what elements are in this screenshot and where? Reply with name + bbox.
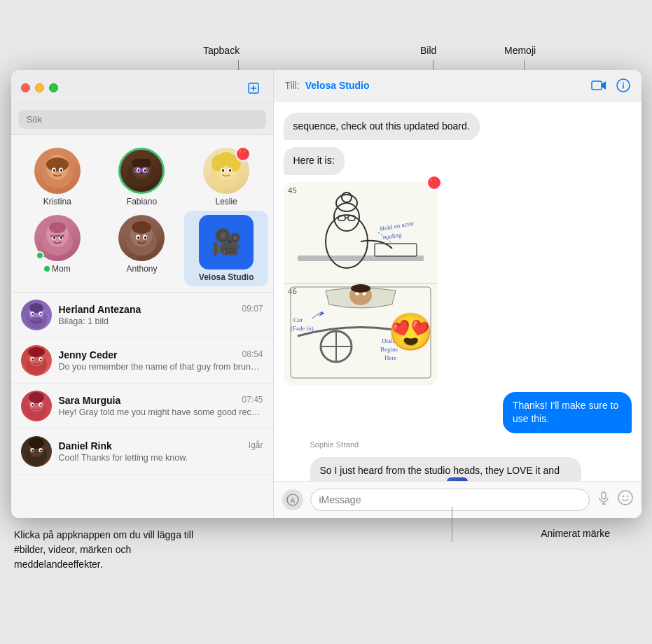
- online-indicator-mom: [44, 266, 50, 272]
- pinned-name-mom: Mom: [52, 264, 71, 274]
- chat-header: Till: Velosa Studio: [274, 70, 641, 102]
- msg-bubble-sophie: So I just heard from the studio heads, t…: [310, 457, 582, 481]
- conv-time-herland: 09:07: [242, 304, 263, 315]
- avatar-fabiano: [118, 148, 165, 194]
- conv-time-jenny: 08:54: [242, 349, 263, 360]
- conv-item-sara[interactable]: Sara Murguia 07:45 Hey! Gray told me you…: [11, 384, 273, 429]
- sender-name-sophie: Sophie Strand: [284, 440, 632, 449]
- compose-button[interactable]: [244, 78, 263, 98]
- msg-text-seq: sequence, check out this updated board.: [293, 120, 470, 132]
- conv-preview-sara: Hey! Gray told me you might have some go…: [59, 407, 263, 417]
- svg-point-118: [622, 495, 623, 496]
- pinned-name-velosa: Velosa Studio: [199, 272, 254, 282]
- svg-point-72: [32, 449, 33, 451]
- animerat-container: Animerat märke: [541, 528, 638, 572]
- svg-rect-12: [132, 158, 151, 167]
- search-input[interactable]: [18, 110, 266, 129]
- fullscreen-button[interactable]: [49, 83, 58, 92]
- pinned-contact-kristina[interactable]: Kristina: [15, 144, 100, 211]
- conv-name-herland: Herland Antezana: [59, 304, 141, 315]
- pinned-name-anthony: Anthony: [126, 264, 157, 274]
- conv-info-jenny: Jenny Ceder 08:54 Do you remember the na…: [59, 349, 263, 372]
- microphone-button[interactable]: [597, 491, 611, 508]
- conversation-list: Herland Antezana 09:07 Bilaga: 1 bild: [11, 293, 273, 518]
- svg-point-16: [144, 169, 146, 172]
- animerat-annotation-line: [452, 507, 452, 542]
- svg-point-44: [144, 236, 146, 239]
- conv-header-daniel: Daniel Rink Igår: [59, 440, 263, 451]
- conv-time-daniel: Igår: [249, 440, 263, 451]
- svg-text:Here: Here: [384, 354, 397, 361]
- conv-item-herland[interactable]: Herland Antezana 09:07 Bilaga: 1 bild: [11, 293, 273, 338]
- bild-label: Bild: [420, 45, 436, 56]
- conv-info-daniel: Daniel Rink Igår Cool! Thanks for lettin…: [59, 440, 263, 463]
- pinned-contact-velosa[interactable]: 🎥 Velosa Studio: [184, 211, 269, 286]
- svg-text:46: 46: [288, 287, 297, 296]
- close-button[interactable]: [21, 83, 30, 92]
- avatar-kristina: [34, 148, 81, 194]
- svg-point-28: [229, 169, 231, 172]
- svg-point-62: [29, 392, 44, 403]
- conv-avatar-daniel: [21, 436, 52, 467]
- video-call-button[interactable]: [591, 80, 606, 91]
- pinned-name-leslie: Leslie: [215, 197, 237, 206]
- msg-text-sophie: So I just heard from the studio heads, t…: [320, 465, 560, 481]
- memoji-label: Memoji: [504, 45, 536, 56]
- svg-point-15: [138, 169, 140, 172]
- pinned-contact-leslie[interactable]: ❤️ Leslie: [184, 144, 269, 211]
- msg-bubble-here: Here it is:: [284, 147, 345, 175]
- emoji-button[interactable]: [618, 490, 633, 510]
- svg-point-59: [40, 358, 41, 360]
- conv-avatar-jenny: [21, 345, 52, 376]
- svg-text:(Fade in): (Fade in): [291, 325, 314, 332]
- msg-text-here: Here it is:: [293, 155, 335, 166]
- chat-panel: Till: Velosa Studio: [274, 70, 641, 518]
- online-dot-mom: [36, 251, 44, 260]
- svg-point-69: [29, 438, 44, 449]
- conv-avatar-herland: [21, 300, 52, 330]
- conv-item-jenny[interactable]: Jenny Ceder 08:54 Do you remember the na…: [11, 338, 273, 384]
- svg-point-9: [60, 169, 62, 172]
- conv-info-sara: Sara Murguia 07:45 Hey! Gray told me you…: [59, 395, 263, 417]
- to-label: Till:: [285, 80, 300, 91]
- app-store-button[interactable]: A: [282, 489, 303, 510]
- bottom-labels: Klicka på appknappen om du vill lägga ti…: [0, 518, 652, 572]
- msg-text-outgoing: Thanks! I'll make sure to use this.: [513, 400, 618, 425]
- svg-text:Cut: Cut: [293, 316, 303, 323]
- pinned-contact-anthony[interactable]: Anthony: [99, 211, 184, 286]
- message-input[interactable]: [310, 489, 590, 511]
- tapback-label: Tapback: [203, 45, 240, 56]
- animated-badge: A+: [447, 477, 468, 480]
- msg-row-outgoing: Thanks! I'll make sure to use this.: [466, 392, 631, 433]
- to-name: Velosa Studio: [305, 80, 370, 91]
- conv-header-sara: Sara Murguia 07:45: [59, 395, 263, 406]
- conv-name-jenny: Jenny Ceder: [59, 349, 118, 360]
- pinned-name-fabiano: Fabiano: [127, 197, 157, 206]
- svg-point-119: [626, 495, 627, 496]
- msg-bubble-seq: sequence, check out this updated board.: [284, 113, 480, 141]
- avatar-wrap-velosa: 🎥: [199, 215, 254, 270]
- conv-info-herland: Herland Antezana 09:07 Bilaga: 1 bild: [59, 304, 263, 326]
- top-labels: Tapback Bild Memoji: [0, 45, 652, 70]
- conv-avatar-sara: [21, 391, 52, 421]
- minimize-button[interactable]: [35, 83, 44, 92]
- pinned-contact-mom[interactable]: Mom: [15, 211, 100, 286]
- annotation-area: Tapback Bild Memoji: [0, 45, 652, 572]
- svg-point-98: [351, 284, 370, 293]
- storyboard-image: 45 46: [284, 182, 438, 385]
- avatar-wrap-fabiano: [118, 148, 165, 194]
- svg-text:45: 45: [288, 186, 297, 195]
- conv-name-daniel: Daniel Rink: [59, 440, 112, 451]
- svg-point-117: [618, 491, 632, 505]
- info-button[interactable]: [616, 78, 630, 92]
- animerat-label: Animerat märke: [541, 528, 638, 539]
- tapback-reaction: ❤️: [426, 175, 442, 190]
- conv-header-jenny: Jenny Ceder 08:54: [59, 349, 263, 360]
- svg-point-76: [623, 82, 624, 83]
- svg-point-50: [32, 313, 33, 315]
- conv-preview-jenny: Do you remember the name of that guy fro…: [59, 362, 263, 372]
- storyboard-container: 45 46: [284, 182, 438, 385]
- pinned-contact-fabiano[interactable]: Fabiano: [99, 144, 184, 211]
- avatar-wrap-leslie: ❤️: [203, 148, 249, 194]
- conv-item-daniel[interactable]: Daniel Rink Igår Cool! Thanks for lettin…: [11, 429, 273, 475]
